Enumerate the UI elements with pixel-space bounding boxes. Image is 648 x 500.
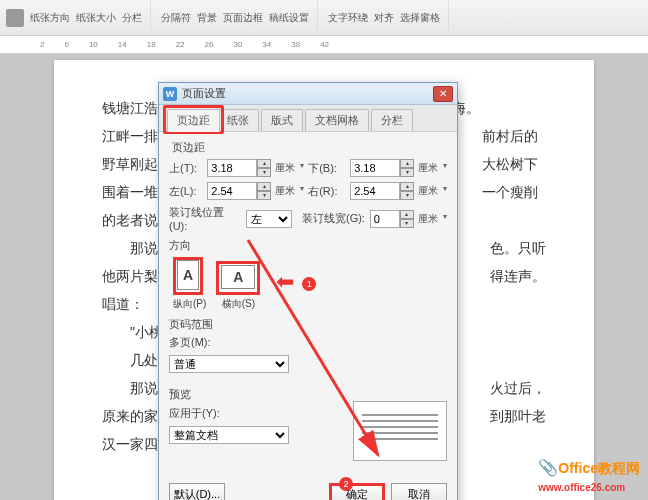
doc-text: 前村后的 bbox=[482, 128, 538, 144]
pagescope-group: 页码范围 多页(M): 普通 bbox=[169, 317, 447, 373]
badge-1: 1 bbox=[302, 277, 316, 291]
tab-grid[interactable]: 文档网格 bbox=[305, 109, 369, 131]
dialog-titlebar[interactable]: W 页面设置 ✕ bbox=[159, 83, 457, 105]
ruler-mark: 26 bbox=[205, 40, 214, 49]
right-input[interactable] bbox=[350, 182, 400, 200]
bottom-input[interactable] bbox=[350, 159, 400, 177]
ribbon-group-page: 纸张方向 纸张大小 分栏 bbox=[6, 0, 151, 35]
ribbon-label[interactable]: 分栏 bbox=[122, 11, 142, 25]
ribbon-label[interactable]: 对齐 bbox=[374, 11, 394, 25]
tab-margins[interactable]: 页边距 bbox=[167, 109, 220, 132]
gutter-label: 装订线位置(U): bbox=[169, 205, 242, 232]
gutterw-label: 装订线宽(G): bbox=[302, 211, 366, 226]
dialog-title: 页面设置 bbox=[182, 86, 226, 101]
gutterw-input[interactable] bbox=[370, 210, 400, 228]
landscape-option[interactable]: A 横向(S) bbox=[216, 261, 260, 311]
left-spinner[interactable]: ▴▾ bbox=[207, 182, 271, 200]
ruler: 2 6 10 14 18 22 26 30 34 38 42 bbox=[0, 36, 648, 54]
doc-text: 火过后， bbox=[490, 374, 546, 402]
ribbon-label[interactable]: 分隔符 bbox=[161, 11, 191, 25]
dialog-body: 页边距 上(T): ▴▾ 厘米 下(B): ▴▾ 厘米 左(L): ▴▾ 厘米 … bbox=[159, 132, 457, 477]
landscape-label: 横向(S) bbox=[222, 298, 255, 309]
ribbon-label[interactable]: 页面边框 bbox=[223, 11, 263, 25]
top-label: 上(T): bbox=[169, 161, 203, 176]
apply-label: 应用于(Y): bbox=[169, 406, 229, 421]
app-icon: W bbox=[163, 87, 177, 101]
top-unit[interactable]: 厘米 bbox=[275, 161, 304, 175]
pagescope-legend: 页码范围 bbox=[169, 317, 447, 332]
ruler-mark: 6 bbox=[64, 40, 68, 49]
right-label: 右(R): bbox=[308, 184, 346, 199]
multi-select[interactable]: 普通 bbox=[169, 355, 289, 373]
left-label: 左(L): bbox=[169, 184, 203, 199]
cancel-button[interactable]: 取消 bbox=[391, 483, 447, 500]
portrait-label: 纵向(P) bbox=[173, 298, 206, 309]
default-button[interactable]: 默认(D)... bbox=[169, 483, 225, 500]
ruler-mark: 2 bbox=[40, 40, 44, 49]
bottom-spinner[interactable]: ▴▾ bbox=[350, 159, 414, 177]
doc-text: 色。只听 bbox=[490, 234, 546, 262]
preview-legend: 预览 bbox=[169, 387, 447, 402]
page-setup-dialog: W 页面设置 ✕ 页边距 纸张 版式 文档网格 分栏 页边距 上(T): ▴▾ … bbox=[158, 82, 458, 500]
ribbon-label[interactable]: 稿纸设置 bbox=[269, 11, 309, 25]
ribbon-label[interactable]: 背景 bbox=[197, 11, 217, 25]
tab-columns[interactable]: 分栏 bbox=[371, 109, 413, 131]
multi-label: 多页(M): bbox=[169, 335, 219, 350]
left-input[interactable] bbox=[207, 182, 257, 200]
preview-group: 预览 应用于(Y): 整篇文档 bbox=[169, 387, 447, 467]
ribbon-label[interactable]: 纸张方向 bbox=[30, 11, 70, 25]
ok-button[interactable]: 确定 bbox=[329, 483, 385, 500]
top-spinner[interactable]: ▴▾ bbox=[207, 159, 271, 177]
margins-legend: 页边距 bbox=[169, 140, 447, 155]
ruler-mark: 30 bbox=[233, 40, 242, 49]
ruler-mark: 34 bbox=[262, 40, 271, 49]
left-unit[interactable]: 厘米 bbox=[275, 184, 304, 198]
right-spinner[interactable]: ▴▾ bbox=[350, 182, 414, 200]
ribbon-label[interactable]: 选择窗格 bbox=[400, 11, 440, 25]
ruler-mark: 38 bbox=[291, 40, 300, 49]
top-input[interactable] bbox=[207, 159, 257, 177]
ribbon-group-layout: 分隔符 背景 页面边框 稿纸设置 bbox=[161, 0, 318, 35]
gutterw-spinner[interactable]: ▴▾ bbox=[370, 210, 414, 228]
ruler-mark: 22 bbox=[176, 40, 185, 49]
gutterw-unit[interactable]: 厘米 bbox=[418, 212, 447, 226]
doc-text: 得连声。 bbox=[490, 262, 546, 290]
ruler-mark: 18 bbox=[147, 40, 156, 49]
page-orientation-icon[interactable] bbox=[6, 9, 24, 27]
orientation-group: 方向 A 纵向(P) A 横向(S) ⬅ 1 bbox=[169, 238, 447, 311]
ribbon: 纸张方向 纸张大小 分栏 分隔符 背景 页面边框 稿纸设置 文字环绕 对齐 选择… bbox=[0, 0, 648, 36]
watermark-title: Office教程网 bbox=[558, 460, 640, 476]
gutter-select[interactable]: 左 bbox=[246, 210, 292, 228]
ruler-mark: 42 bbox=[320, 40, 329, 49]
tab-layout[interactable]: 版式 bbox=[261, 109, 303, 131]
margins-group: 页边距 上(T): ▴▾ 厘米 下(B): ▴▾ 厘米 左(L): ▴▾ 厘米 … bbox=[169, 140, 447, 232]
tab-highlight: 页边距 bbox=[163, 105, 224, 134]
badge-2: 2 bbox=[339, 477, 353, 491]
ruler-mark: 10 bbox=[89, 40, 98, 49]
doc-text: 到那叶老 bbox=[490, 402, 546, 430]
dialog-buttons: 默认(D)... 2 确定 取消 bbox=[159, 477, 457, 500]
ribbon-label[interactable]: 文字环绕 bbox=[328, 11, 368, 25]
orient-legend: 方向 bbox=[169, 238, 447, 253]
preview-thumbnail bbox=[353, 401, 447, 461]
arrow-annotation-icon: ⬅ bbox=[276, 269, 294, 295]
doc-text: 一个瘦削 bbox=[482, 184, 538, 200]
right-unit[interactable]: 厘米 bbox=[418, 184, 447, 198]
ribbon-label[interactable]: 纸张大小 bbox=[76, 11, 116, 25]
bottom-unit[interactable]: 厘米 bbox=[418, 161, 447, 175]
ribbon-group-arrange: 文字环绕 对齐 选择窗格 bbox=[328, 0, 449, 35]
apply-select[interactable]: 整篇文档 bbox=[169, 426, 289, 444]
close-button[interactable]: ✕ bbox=[433, 86, 453, 102]
ruler-mark: 14 bbox=[118, 40, 127, 49]
watermark: 📎Office教程网 www.office26.com bbox=[538, 458, 640, 494]
doc-text: 大松树下 bbox=[482, 156, 538, 172]
watermark-url: www.office26.com bbox=[538, 482, 625, 493]
bottom-label: 下(B): bbox=[308, 161, 346, 176]
portrait-option[interactable]: A 纵向(P) bbox=[173, 257, 206, 311]
